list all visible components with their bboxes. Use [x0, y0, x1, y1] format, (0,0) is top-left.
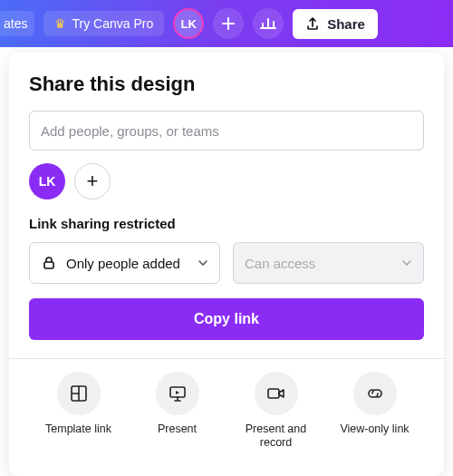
copy-link-label: Copy link: [194, 311, 259, 326]
avatar-initials: LK: [181, 17, 197, 31]
add-button[interactable]: [213, 8, 244, 39]
collaborator-initials: LK: [39, 174, 56, 189]
audience-value: Only people added: [66, 256, 180, 271]
link-icon: [353, 372, 397, 415]
bar-chart-icon: [260, 15, 276, 32]
templates-button[interactable]: ates: [0, 11, 34, 36]
upload-icon: [305, 16, 320, 31]
template-link-icon: [57, 372, 101, 415]
plus-icon: [221, 16, 236, 31]
editor-topbar: ates ♛ Try Canva Pro LK Share: [0, 0, 453, 47]
permission-value: Can access: [245, 256, 315, 271]
option-label: View-only link: [340, 423, 409, 436]
user-avatar[interactable]: LK: [173, 8, 204, 39]
share-panel: Share this design LK + Link sharing rest…: [9, 53, 444, 476]
plus-icon: +: [87, 170, 99, 193]
link-sharing-label: Link sharing restricted: [29, 216, 424, 231]
svg-rect-0: [44, 262, 53, 268]
option-label: Template link: [45, 423, 111, 436]
option-label: Present and record: [228, 423, 323, 450]
present-icon: [156, 372, 199, 415]
chevron-down-icon: [401, 257, 412, 268]
collaborator-avatar[interactable]: LK: [29, 163, 65, 199]
option-present-record[interactable]: Present and record: [228, 372, 323, 450]
panel-title: Share this design: [29, 73, 424, 96]
analytics-button[interactable]: [253, 8, 284, 39]
share-label: Share: [327, 16, 365, 32]
record-icon: [255, 372, 298, 415]
templates-label: ates: [4, 16, 27, 31]
copy-link-button[interactable]: Copy link: [29, 298, 424, 340]
divider: [9, 358, 444, 359]
permission-select: Can access: [233, 242, 424, 284]
try-pro-label: Try Canva Pro: [72, 16, 153, 31]
svg-rect-3: [268, 389, 279, 398]
link-settings-row: Only people added Can access: [29, 242, 424, 284]
lock-icon: [41, 255, 57, 271]
add-collaborator-button[interactable]: +: [74, 163, 111, 199]
share-options-row: Template link Present Present and record…: [29, 372, 424, 450]
collaborator-row: LK +: [29, 163, 424, 199]
option-label: Present: [158, 423, 197, 436]
option-present[interactable]: Present: [130, 372, 225, 450]
audience-select[interactable]: Only people added: [29, 242, 220, 284]
option-template-link[interactable]: Template link: [31, 372, 126, 450]
crown-icon: ♛: [54, 16, 66, 31]
chevron-down-icon: [198, 257, 208, 268]
try-pro-button[interactable]: ♛ Try Canva Pro: [43, 11, 164, 36]
share-button[interactable]: Share: [293, 9, 378, 39]
add-people-input[interactable]: [29, 111, 424, 151]
option-view-only[interactable]: View-only link: [327, 372, 422, 450]
